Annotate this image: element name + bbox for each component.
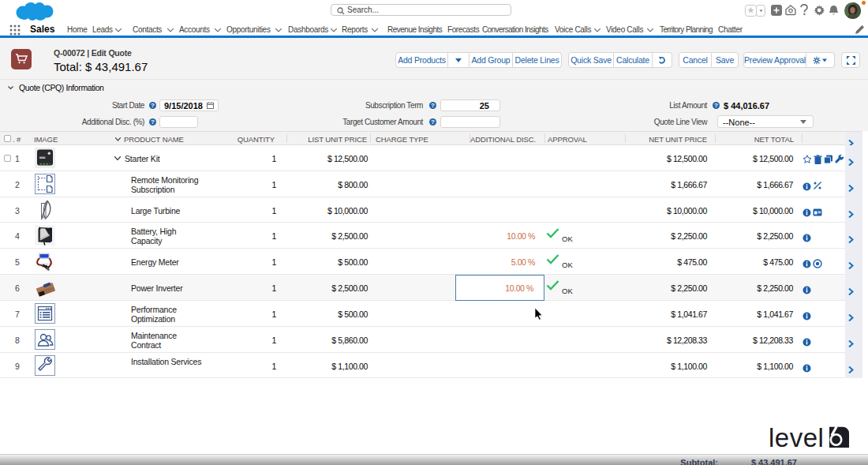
svg-text:level: level bbox=[769, 424, 824, 449]
